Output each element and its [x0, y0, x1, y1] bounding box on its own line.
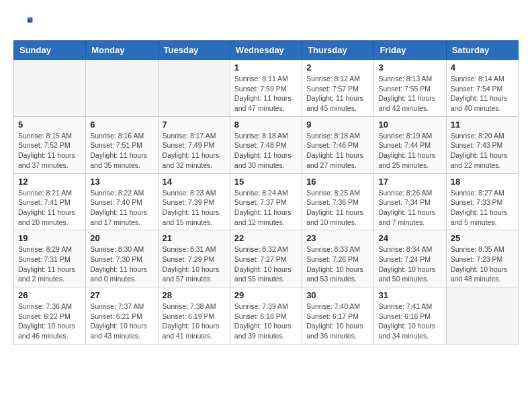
day-info: Sunrise: 8:23 AM Sunset: 7:39 PM Dayligh… — [163, 188, 226, 228]
day-number: 18 — [451, 177, 514, 187]
day-info: Sunrise: 8:14 AM Sunset: 7:54 PM Dayligh… — [451, 74, 514, 113]
day-info: Sunrise: 8:25 AM Sunset: 7:36 PM Dayligh… — [306, 188, 369, 228]
page-header — [13, 13, 519, 34]
day-number: 25 — [451, 233, 514, 243]
weekday-header-friday: Friday — [374, 41, 446, 60]
calendar-cell: 21Sunrise: 8:31 AM Sunset: 7:29 PM Dayli… — [158, 230, 230, 287]
day-number: 17 — [378, 177, 441, 187]
day-number: 14 — [163, 177, 226, 187]
week-row-1: 5Sunrise: 8:15 AM Sunset: 7:52 PM Daylig… — [14, 116, 519, 173]
calendar-cell: 1Sunrise: 8:11 AM Sunset: 7:59 PM Daylig… — [230, 60, 302, 117]
day-info: Sunrise: 8:12 AM Sunset: 7:57 PM Dayligh… — [306, 74, 369, 113]
day-info: Sunrise: 7:39 AM Sunset: 6:18 PM Dayligh… — [234, 302, 298, 341]
day-number: 13 — [90, 177, 153, 187]
day-info: Sunrise: 8:15 AM Sunset: 7:52 PM Dayligh… — [18, 131, 81, 171]
day-info: Sunrise: 8:31 AM Sunset: 7:29 PM Dayligh… — [163, 244, 226, 284]
day-number: 19 — [18, 233, 81, 243]
day-info: Sunrise: 7:36 AM Sunset: 6:22 PM Dayligh… — [18, 302, 81, 341]
day-info: Sunrise: 8:30 AM Sunset: 7:30 PM Dayligh… — [90, 244, 153, 284]
day-number: 31 — [378, 290, 441, 300]
calendar-body: 1Sunrise: 8:11 AM Sunset: 7:59 PM Daylig… — [14, 60, 519, 345]
week-row-3: 19Sunrise: 8:29 AM Sunset: 7:31 PM Dayli… — [14, 230, 519, 287]
day-info: Sunrise: 8:18 AM Sunset: 7:46 PM Dayligh… — [306, 131, 369, 171]
calendar-cell: 18Sunrise: 8:27 AM Sunset: 7:33 PM Dayli… — [446, 173, 518, 230]
logo — [13, 13, 36, 34]
calendar-cell — [86, 60, 158, 117]
day-number: 29 — [234, 290, 298, 300]
day-number: 30 — [306, 290, 369, 300]
week-row-2: 12Sunrise: 8:21 AM Sunset: 7:41 PM Dayli… — [14, 173, 519, 230]
calendar-cell: 10Sunrise: 8:19 AM Sunset: 7:44 PM Dayli… — [374, 116, 446, 173]
day-number: 20 — [90, 233, 153, 243]
calendar-cell: 17Sunrise: 8:26 AM Sunset: 7:34 PM Dayli… — [374, 173, 446, 230]
calendar-cell: 8Sunrise: 8:18 AM Sunset: 7:48 PM Daylig… — [230, 116, 302, 173]
day-info: Sunrise: 8:22 AM Sunset: 7:40 PM Dayligh… — [90, 188, 153, 228]
calendar-cell: 2Sunrise: 8:12 AM Sunset: 7:57 PM Daylig… — [302, 60, 374, 117]
day-number: 27 — [90, 290, 153, 300]
week-row-4: 26Sunrise: 7:36 AM Sunset: 6:22 PM Dayli… — [14, 287, 519, 345]
day-number: 21 — [163, 233, 226, 243]
day-number: 9 — [306, 120, 369, 130]
day-info: Sunrise: 7:40 AM Sunset: 6:17 PM Dayligh… — [306, 302, 369, 341]
day-number: 7 — [163, 120, 226, 130]
calendar-cell: 30Sunrise: 7:40 AM Sunset: 6:17 PM Dayli… — [302, 287, 374, 345]
calendar-cell: 19Sunrise: 8:29 AM Sunset: 7:31 PM Dayli… — [14, 230, 86, 287]
calendar-cell: 27Sunrise: 7:37 AM Sunset: 6:21 PM Dayli… — [86, 287, 158, 345]
weekday-header-sunday: Sunday — [14, 41, 86, 60]
calendar-cell: 11Sunrise: 8:20 AM Sunset: 7:43 PM Dayli… — [446, 116, 518, 173]
calendar-cell — [446, 287, 518, 345]
calendar-header: SundayMondayTuesdayWednesdayThursdayFrid… — [14, 41, 519, 60]
weekday-header-monday: Monday — [86, 41, 158, 60]
day-number: 10 — [378, 120, 441, 130]
calendar-cell: 13Sunrise: 8:22 AM Sunset: 7:40 PM Dayli… — [86, 173, 158, 230]
day-number: 23 — [306, 233, 369, 243]
calendar-cell: 31Sunrise: 7:41 AM Sunset: 6:16 PM Dayli… — [374, 287, 446, 345]
weekday-header-saturday: Saturday — [446, 41, 518, 60]
day-number: 6 — [90, 120, 153, 130]
day-info: Sunrise: 8:26 AM Sunset: 7:34 PM Dayligh… — [378, 188, 441, 228]
day-info: Sunrise: 8:11 AM Sunset: 7:59 PM Dayligh… — [234, 74, 298, 113]
calendar-cell: 16Sunrise: 8:25 AM Sunset: 7:36 PM Dayli… — [302, 173, 374, 230]
week-row-0: 1Sunrise: 8:11 AM Sunset: 7:59 PM Daylig… — [14, 60, 519, 117]
day-number: 15 — [234, 177, 298, 187]
day-info: Sunrise: 8:20 AM Sunset: 7:43 PM Dayligh… — [451, 131, 514, 171]
calendar-cell: 20Sunrise: 8:30 AM Sunset: 7:30 PM Dayli… — [86, 230, 158, 287]
calendar-cell: 15Sunrise: 8:24 AM Sunset: 7:37 PM Dayli… — [230, 173, 302, 230]
day-info: Sunrise: 8:24 AM Sunset: 7:37 PM Dayligh… — [234, 188, 298, 228]
day-number: 11 — [451, 120, 514, 130]
calendar-table: SundayMondayTuesdayWednesdayThursdayFrid… — [13, 40, 519, 345]
day-number: 5 — [18, 120, 81, 130]
day-info: Sunrise: 8:34 AM Sunset: 7:24 PM Dayligh… — [378, 244, 441, 284]
day-number: 2 — [306, 62, 369, 73]
calendar-cell: 7Sunrise: 8:17 AM Sunset: 7:49 PM Daylig… — [158, 116, 230, 173]
day-info: Sunrise: 8:18 AM Sunset: 7:48 PM Dayligh… — [234, 131, 298, 171]
calendar-cell: 9Sunrise: 8:18 AM Sunset: 7:46 PM Daylig… — [302, 116, 374, 173]
day-info: Sunrise: 8:19 AM Sunset: 7:44 PM Dayligh… — [378, 131, 441, 171]
day-number: 12 — [18, 177, 81, 187]
day-number: 22 — [234, 233, 298, 243]
calendar-cell: 6Sunrise: 8:16 AM Sunset: 7:51 PM Daylig… — [86, 116, 158, 173]
day-number: 28 — [163, 290, 226, 300]
day-number: 8 — [234, 120, 298, 130]
day-info: Sunrise: 8:33 AM Sunset: 7:26 PM Dayligh… — [306, 244, 369, 284]
calendar-cell — [14, 60, 86, 117]
calendar-cell: 25Sunrise: 8:35 AM Sunset: 7:23 PM Dayli… — [446, 230, 518, 287]
calendar-cell: 14Sunrise: 8:23 AM Sunset: 7:39 PM Dayli… — [158, 173, 230, 230]
calendar-cell — [158, 60, 230, 117]
day-info: Sunrise: 8:35 AM Sunset: 7:23 PM Dayligh… — [451, 244, 514, 284]
day-info: Sunrise: 8:29 AM Sunset: 7:31 PM Dayligh… — [18, 244, 81, 284]
day-info: Sunrise: 8:16 AM Sunset: 7:51 PM Dayligh… — [90, 131, 153, 171]
day-info: Sunrise: 7:38 AM Sunset: 6:19 PM Dayligh… — [163, 302, 226, 341]
day-number: 26 — [18, 290, 81, 300]
calendar-cell: 24Sunrise: 8:34 AM Sunset: 7:24 PM Dayli… — [374, 230, 446, 287]
weekday-header-thursday: Thursday — [302, 41, 374, 60]
weekday-header-wednesday: Wednesday — [230, 41, 302, 60]
day-info: Sunrise: 7:41 AM Sunset: 6:16 PM Dayligh… — [378, 302, 441, 341]
day-number: 1 — [234, 62, 298, 73]
day-info: Sunrise: 7:37 AM Sunset: 6:21 PM Dayligh… — [90, 302, 153, 341]
logo-icon — [13, 13, 34, 34]
calendar-cell: 29Sunrise: 7:39 AM Sunset: 6:18 PM Dayli… — [230, 287, 302, 345]
calendar-cell: 3Sunrise: 8:13 AM Sunset: 7:55 PM Daylig… — [374, 60, 446, 117]
weekday-header-row: SundayMondayTuesdayWednesdayThursdayFrid… — [14, 41, 519, 60]
day-info: Sunrise: 8:21 AM Sunset: 7:41 PM Dayligh… — [18, 188, 81, 228]
